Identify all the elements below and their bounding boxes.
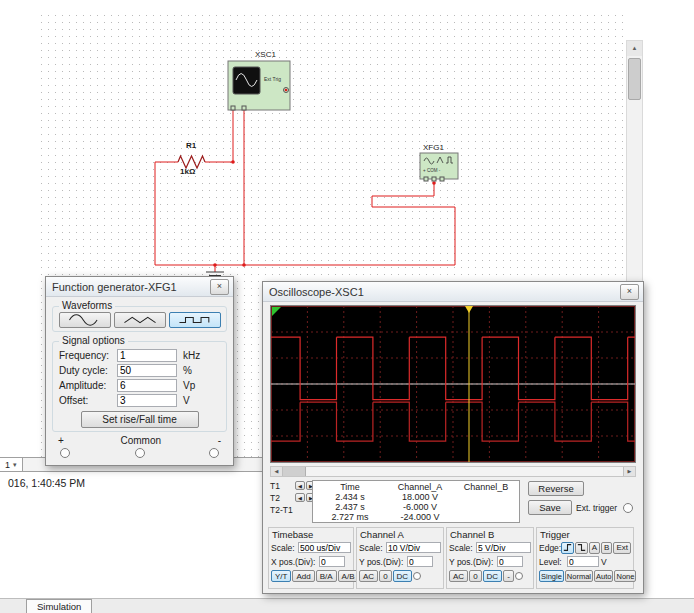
t2-t1-label: T2-T1 xyxy=(270,505,294,515)
reverse-button[interactable]: Reverse xyxy=(528,481,584,496)
common-terminal[interactable] xyxy=(135,448,145,458)
oscilloscope-screen[interactable] xyxy=(270,305,636,463)
channel-a-panel: Channel A Scale: Y pos.(Div): AC 0 DC xyxy=(356,527,444,589)
wire-net[interactable] xyxy=(155,110,455,272)
channel-b-ypos-input[interactable] xyxy=(497,556,523,567)
trigger-b-button[interactable]: B xyxy=(601,542,612,554)
ba-button[interactable]: B/A xyxy=(316,570,337,582)
wire-junction xyxy=(432,181,436,185)
osc-titlebar[interactable]: Oscilloscope-XSC1 × xyxy=(263,282,643,302)
channel-b-scale-input[interactable] xyxy=(476,542,531,553)
tab-simulation[interactable]: Simulation xyxy=(26,599,92,613)
yt-button[interactable]: Y/T xyxy=(271,570,291,582)
readout-cell xyxy=(455,512,517,522)
square-wave-button[interactable] xyxy=(169,312,221,328)
t1-left-button[interactable]: ◀ xyxy=(295,481,305,490)
scope-scroll-thumb[interactable] xyxy=(283,467,306,476)
set-rise-fall-button[interactable]: Set rise/Fall time xyxy=(81,411,199,428)
sheet-tab-1[interactable]: 1 ▾ xyxy=(0,458,23,471)
scope-scroll-track[interactable] xyxy=(306,467,623,476)
trigger-level-input[interactable] xyxy=(567,556,599,567)
close-icon[interactable]: × xyxy=(210,279,229,295)
single-button[interactable]: Single xyxy=(539,570,564,582)
amplitude-input[interactable] xyxy=(117,379,177,392)
channel-a-zero-button[interactable]: 0 xyxy=(379,570,391,582)
frequency-input[interactable] xyxy=(117,349,177,362)
oscilloscope-dialog: Oscilloscope-XSC1 × ◀ ▶ T1 ◀ ▶ T2 ◀ xyxy=(262,281,644,594)
scope-waveform-display xyxy=(271,306,635,462)
channel-b-ac-button[interactable]: AC xyxy=(449,570,468,582)
funcgen-pin-minus[interactable] xyxy=(440,177,444,181)
normal-button[interactable]: Normal xyxy=(565,570,593,582)
readout-cell: 2.434 s xyxy=(315,492,385,502)
fg-titlebar[interactable]: Function generator-XFG1 × xyxy=(46,277,233,297)
fg-terminals: + Common - xyxy=(46,432,233,446)
square-icon xyxy=(176,314,214,326)
rising-edge-button[interactable] xyxy=(561,542,574,554)
rising-edge-icon xyxy=(563,543,572,552)
minus-terminal-label: - xyxy=(218,435,221,446)
readout-cell: -24.000 V xyxy=(385,512,455,522)
offset-unit: V xyxy=(183,395,207,406)
auto-button[interactable]: Auto xyxy=(594,570,613,582)
trigger-level-label: Level: xyxy=(539,557,565,567)
canvas-scroll-thumb[interactable] xyxy=(628,58,641,100)
sine-wave-button[interactable] xyxy=(59,312,111,328)
timebase-panel: Timebase Scale: X pos.(Div): Y/T Add B/A… xyxy=(268,527,354,589)
oscilloscope-pin-b[interactable] xyxy=(242,106,246,110)
t2-left-button[interactable]: ◀ xyxy=(295,493,305,502)
timebase-scale-input[interactable] xyxy=(298,542,351,553)
funcgen-pin-plus[interactable] xyxy=(424,177,428,181)
readout-header: Time xyxy=(315,482,385,492)
trigger-ext-button[interactable]: Ext xyxy=(613,542,631,554)
save-button[interactable]: Save xyxy=(528,500,572,515)
resistor-component[interactable]: R1 1kΩ xyxy=(178,141,205,176)
triangle-wave-button[interactable] xyxy=(114,312,166,328)
channel-a-dc-button[interactable]: DC xyxy=(393,570,413,582)
scope-scrollbar[interactable]: ◀ ▶ xyxy=(270,466,636,477)
funcgen-component-label: XFG1 xyxy=(423,143,444,152)
channel-b-dc-button[interactable]: DC xyxy=(483,570,503,582)
add-button[interactable]: Add xyxy=(292,570,314,582)
scope-controls: Timebase Scale: X pos.(Div): Y/T Add B/A… xyxy=(268,527,638,589)
oscilloscope-component[interactable]: XSC1 Ext Trig xyxy=(228,50,290,110)
wire-junction xyxy=(231,160,235,164)
amplitude-label: Amplitude: xyxy=(59,380,117,391)
channel-b-radio[interactable] xyxy=(515,572,523,580)
duty-cycle-row: Duty cycle: % xyxy=(59,363,220,377)
channel-b-zero-button[interactable]: 0 xyxy=(469,570,481,582)
ext-trigger-radio[interactable] xyxy=(623,503,633,513)
scroll-right-icon[interactable]: ▶ xyxy=(623,467,635,476)
function-generator-component[interactable]: XFG1 + COM - xyxy=(420,143,458,181)
duty-cycle-input[interactable] xyxy=(117,364,177,377)
readout-cell: -6.000 V xyxy=(385,502,455,512)
frequency-row: Frequency: kHz xyxy=(59,348,220,362)
trigger-a-button[interactable]: A xyxy=(589,542,600,554)
signal-options-group: Signal options Frequency: kHz Duty cycle… xyxy=(52,341,227,432)
dropdown-icon[interactable]: ▾ xyxy=(13,461,17,469)
waveforms-label: Waveforms xyxy=(59,300,115,311)
channel-a-radio[interactable] xyxy=(413,572,421,580)
multisim-window: R1 1kΩ XSC1 Ext Trig XFG1 + COM - xyxy=(0,0,694,613)
offset-label: Offset: xyxy=(59,395,117,406)
scroll-up-icon[interactable]: ▲ xyxy=(627,41,642,56)
scroll-left-icon[interactable]: ◀ xyxy=(271,467,283,476)
oscilloscope-pin-a[interactable] xyxy=(231,106,235,110)
t1-label: T1 xyxy=(270,481,294,491)
sheet-tab-label: 1 xyxy=(5,460,10,470)
channel-a-scale-input[interactable] xyxy=(386,542,441,553)
offset-input[interactable] xyxy=(117,394,177,407)
funcgen-body[interactable] xyxy=(420,153,458,179)
readout-cell: 18.000 V xyxy=(385,492,455,502)
funcgen-pin-com[interactable] xyxy=(432,177,436,181)
none-button[interactable]: None xyxy=(614,570,636,582)
channel-b-minus-button[interactable]: - xyxy=(503,570,514,582)
channel-a-ypos-input[interactable] xyxy=(407,556,433,567)
timebase-xpos-input[interactable] xyxy=(319,556,345,567)
plus-terminal[interactable] xyxy=(60,448,70,458)
channel-a-ac-button[interactable]: AC xyxy=(359,570,378,582)
minus-terminal[interactable] xyxy=(209,448,219,458)
sine-icon xyxy=(66,314,104,326)
close-icon[interactable]: × xyxy=(620,284,639,300)
falling-edge-button[interactable] xyxy=(575,542,588,554)
